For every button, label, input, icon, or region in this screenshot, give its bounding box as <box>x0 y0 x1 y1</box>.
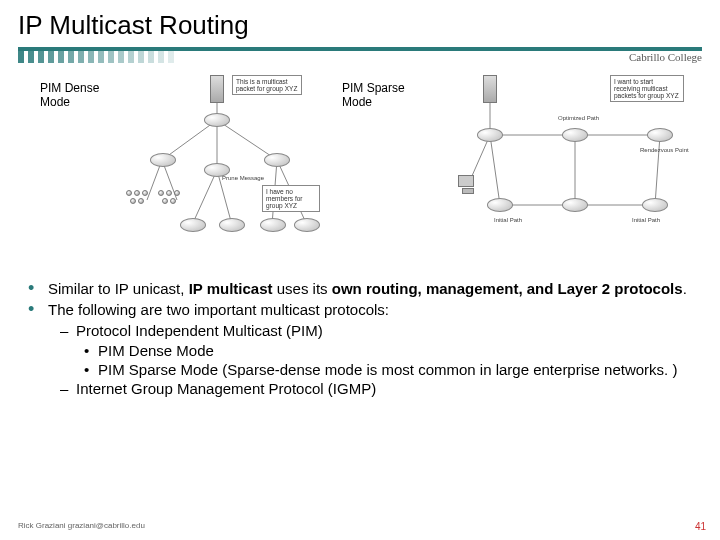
router-icon <box>180 218 206 232</box>
router-icon <box>562 198 588 212</box>
figure-row: PIM Dense Mode This is a multicast packe… <box>0 73 720 265</box>
callout-top-right: I want to start receiving multicast pack… <box>610 75 684 102</box>
optimized-label: Optimized Path <box>558 115 599 121</box>
bullet-list: Similar to IP unicast, IP multicast uses… <box>0 265 720 398</box>
prune-label: Prune Message <box>222 175 264 181</box>
right-figure-label: PIM Sparse Mode <box>342 75 420 265</box>
router-icon <box>647 128 673 142</box>
bullet-item: The following are two important multicas… <box>28 300 692 319</box>
rp-label: Rendezvous Point <box>640 147 689 153</box>
title-banner: Cabrillo College <box>18 47 702 67</box>
right-figure: I want to start receiving multicast pack… <box>430 75 690 265</box>
page-number: 41 <box>695 521 706 532</box>
router-icon <box>264 153 290 167</box>
subsub-bullet-item: PIM Sparse Mode (Sparse-dense mode is mo… <box>28 360 692 379</box>
callout-bottom: I have no members for group XYZ <box>262 185 320 212</box>
sub-bullet-item: Internet Group Management Protocol (IGMP… <box>28 379 692 398</box>
users-icon <box>158 190 188 210</box>
server-icon <box>483 75 497 103</box>
left-figure: This is a multicast packet for group XYZ… <box>122 75 332 265</box>
initial-path-label: Initial Path <box>494 217 522 223</box>
router-icon <box>294 218 320 232</box>
sub-bullet-item: Protocol Independent Multicast (PIM) <box>28 321 692 340</box>
svg-line-14 <box>490 135 500 205</box>
router-icon <box>260 218 286 232</box>
subsub-bullet-item: PIM Dense Mode <box>28 341 692 360</box>
router-icon <box>219 218 245 232</box>
users-icon <box>126 190 156 210</box>
router-icon <box>487 198 513 212</box>
callout-top: This is a multicast packet for group XYZ <box>232 75 302 95</box>
bullet-item: Similar to IP unicast, IP multicast uses… <box>28 279 692 298</box>
initial-path-label: Initial Path <box>632 217 660 223</box>
router-icon <box>150 153 176 167</box>
router-icon <box>204 113 230 127</box>
router-icon <box>562 128 588 142</box>
left-figure-label: PIM Dense Mode <box>40 75 112 265</box>
pc-icon <box>458 175 474 187</box>
router-icon <box>477 128 503 142</box>
slide-title: IP Multicast Routing <box>0 0 720 47</box>
college-label: Cabrillo College <box>629 51 702 63</box>
footer-text: Rick Graziani graziani@cabrillo.edu <box>18 521 145 530</box>
svg-line-6 <box>192 170 217 225</box>
svg-line-17 <box>655 135 660 205</box>
router-icon <box>642 198 668 212</box>
server-icon <box>210 75 224 103</box>
